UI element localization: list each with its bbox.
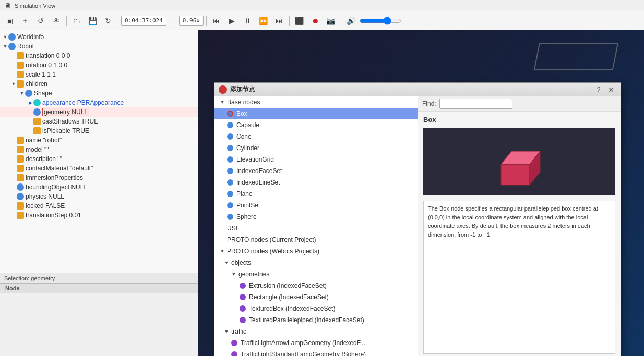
list-item-pointset[interactable]: PointSet <box>214 200 418 211</box>
tree-item-scale[interactable]: scale 1 1 1 <box>0 70 198 79</box>
toggle-children[interactable]: ▼ <box>10 81 17 87</box>
title-bar: 🖥 Simulation View <box>0 0 644 11</box>
list-item-box[interactable]: Box <box>214 108 418 119</box>
viewport-shape-hint <box>529 38 623 76</box>
section-use[interactable]: USE <box>214 223 418 234</box>
section-traffic[interactable]: ▼ traffic <box>214 326 418 337</box>
step-back-button[interactable]: ⏮ <box>209 14 224 28</box>
toggle-robot[interactable]: ▼ <box>2 43 8 50</box>
label-trafficlight-standard: TrafficLightStandardLampGeometry (Sphere… <box>241 351 366 356</box>
list-item-indexedlineset[interactable]: IndexedLineSet <box>214 177 418 188</box>
label-contactmaterial: contactMaterial "default" <box>26 165 93 172</box>
tree-item-physics[interactable]: physics NULL <box>0 192 198 201</box>
preview-description: The Box node specifies a rectangular par… <box>423 201 615 354</box>
tree-item-immersion[interactable]: immersionProperties <box>0 173 198 182</box>
list-item-extrusion[interactable]: Extrusion (IndexedFaceSet) <box>214 280 418 291</box>
tree-item-shape[interactable]: ▼ Shape <box>0 89 198 98</box>
label-indexedlineset: IndexedLineSet <box>236 179 280 186</box>
icon-contactmaterial <box>17 165 24 172</box>
record-button[interactable]: ⏺ <box>308 14 323 28</box>
refresh-button[interactable]: ↻ <box>101 14 115 28</box>
play-button[interactable]: ▶ <box>225 14 240 28</box>
volume-slider[interactable] <box>360 17 401 25</box>
section-geometries[interactable]: ▼ geometries <box>214 268 418 280</box>
toggle-proto-webots[interactable]: ▼ <box>219 248 226 255</box>
toolbar-sep-1 <box>66 16 67 26</box>
tree-item-worldinfo[interactable]: ▼ WorldInfo <box>0 32 198 42</box>
tree-item-description[interactable]: description "" <box>0 154 198 164</box>
list-item-plane[interactable]: Plane <box>214 188 418 200</box>
section-base-nodes[interactable]: ▼ Base nodes <box>214 96 418 108</box>
icon-trafficlight-standard <box>231 351 237 356</box>
icon-trafficlight-arrow <box>231 340 237 346</box>
eye-button[interactable]: 👁 <box>49 14 64 28</box>
toggle-proto-current[interactable] <box>219 236 226 243</box>
tree-item-locked[interactable]: locked FALSE <box>0 201 198 211</box>
tree-item-children[interactable]: ▼ children <box>0 79 198 89</box>
toggle-traffic[interactable]: ▼ <box>223 328 230 335</box>
viewport[interactable]: 添加节点 ? ✕ ▼ Base nodes <box>198 30 644 356</box>
list-item-cylinder[interactable]: Cylinder <box>214 142 418 154</box>
tree-item-ispickable[interactable]: isPickable TRUE <box>0 126 198 136</box>
icon-appearance <box>33 99 41 106</box>
folder-button[interactable]: 🗁 <box>69 14 84 28</box>
label-texturedbox: TexturedBox (IndexedFaceSet) <box>249 305 335 312</box>
tree-item-translation[interactable]: translation 0 0 0 <box>0 51 198 60</box>
icon-castshadows <box>33 118 41 125</box>
save-button[interactable]: 💾 <box>85 14 100 28</box>
tree-item-bounding[interactable]: boundingObject NULL <box>0 182 198 192</box>
toggle-shape[interactable]: ▼ <box>19 90 25 96</box>
tree-item-robot[interactable]: ▼ Robot <box>0 42 198 51</box>
list-item-texturedparallelepiped[interactable]: TexturedParallelepiped (IndexedFaceSet) <box>214 314 418 326</box>
toggle-use[interactable] <box>219 225 226 232</box>
toggle-name <box>10 137 17 143</box>
add-button[interactable]: ＋ <box>18 14 32 28</box>
fast-forward-button[interactable]: ⏩ <box>256 14 271 28</box>
toggle-objects[interactable]: ▼ <box>223 259 230 266</box>
tree-item-rotation[interactable]: rotation 0 1 0 0 <box>0 60 198 70</box>
add-node-dialog: 添加节点 ? ✕ ▼ Base nodes <box>214 82 621 356</box>
sound-button[interactable]: 🔊 <box>344 14 359 28</box>
node-tab[interactable]: Node <box>0 284 198 293</box>
list-item-capsule[interactable]: Capsule <box>214 119 418 131</box>
panel-toggle-button[interactable]: ▣ <box>2 14 17 28</box>
list-item-indexedfaceset[interactable]: IndexedFaceSet <box>214 165 418 177</box>
list-scroll[interactable]: ▼ Base nodes Box Capsule <box>214 96 418 356</box>
tree-item-geometry[interactable]: geometry NULL <box>0 107 198 117</box>
tree-item-castshadows[interactable]: castShadows TRUE <box>0 117 198 126</box>
tree-item-appearance[interactable]: ▶ appearance PBRAppearance <box>0 98 198 107</box>
section-objects[interactable]: ▼ objects <box>214 257 418 268</box>
dialog-close-button[interactable]: ✕ <box>606 84 616 95</box>
fast-forward2-button[interactable]: ⏭ <box>272 14 287 28</box>
label-elevationgrid: ElevationGrid <box>236 156 274 163</box>
list-item-cone[interactable]: Cone <box>214 131 418 142</box>
label-cylinder: Cylinder <box>236 144 259 152</box>
list-item-rectangle[interactable]: Rectangle (IndexedFaceSet) <box>214 291 418 303</box>
label-immersion: immersionProperties <box>26 174 83 181</box>
undo-button[interactable]: ↺ <box>33 14 48 28</box>
list-item-trafficlight-arrow[interactable]: TrafficLightArrowLampGeometry (IndexedF.… <box>214 337 418 349</box>
icon-box <box>227 111 233 117</box>
section-proto-webots[interactable]: ▼ PROTO nodes (Webots Projects) <box>214 245 418 257</box>
tree-item-model[interactable]: model "" <box>0 145 198 154</box>
tree-item-contactmaterial[interactable]: contactMaterial "default" <box>0 164 198 173</box>
label-locked: locked FALSE <box>26 202 65 210</box>
tree-item-translationstep[interactable]: translationStep 0.01 <box>0 211 198 220</box>
square-button[interactable]: ⬛ <box>292 14 307 28</box>
list-item-elevationgrid[interactable]: ElevationGrid <box>214 154 418 165</box>
list-item-texturedbox[interactable]: TexturedBox (IndexedFaceSet) <box>214 303 418 314</box>
find-input[interactable] <box>439 99 512 109</box>
section-proto-current[interactable]: PROTO nodes (Current Project) <box>214 234 418 245</box>
toggle-appearance[interactable]: ▶ <box>27 100 33 106</box>
dialog-help-button[interactable]: ? <box>593 84 604 95</box>
toggle-base-nodes[interactable]: ▼ <box>219 99 226 106</box>
camera-button[interactable]: 📷 <box>324 14 338 28</box>
toggle-geometries[interactable]: ▼ <box>230 271 237 278</box>
tree-item-name[interactable]: name "robot" <box>0 136 198 145</box>
toggle-worldinfo[interactable]: ▼ <box>2 34 8 40</box>
list-item-trafficlight-standard[interactable]: TrafficLightStandardLampGeometry (Sphere… <box>214 349 418 356</box>
list-item-sphere[interactable]: Sphere <box>214 211 418 223</box>
dialog-titlebar[interactable]: 添加节点 ? ✕ <box>214 83 621 96</box>
pause-button[interactable]: ⏸ <box>241 14 255 28</box>
tree-area[interactable]: ▼ WorldInfo ▼ Robot translation 0 0 0 ro… <box>0 30 198 273</box>
